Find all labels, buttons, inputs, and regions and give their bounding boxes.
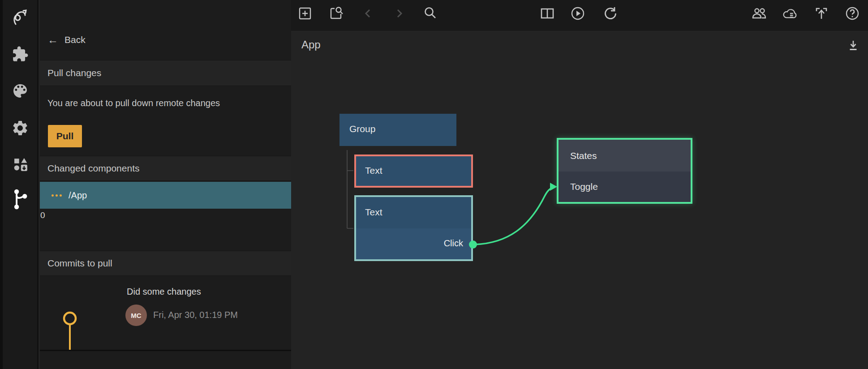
back-label: Back — [64, 34, 86, 45]
help-icon[interactable] — [844, 5, 860, 21]
back-arrow-icon: ← — [47, 34, 58, 45]
node-group-label: Group — [339, 114, 456, 134]
deploy-upload-icon[interactable] — [813, 5, 829, 21]
commits-to-pull-header: Commits to pull — [40, 251, 291, 276]
pull-message: You are about to pull down remote change… — [47, 98, 220, 108]
components-icon[interactable] — [11, 154, 30, 173]
changed-component-label: /App — [69, 190, 87, 201]
commit-author-avatar: MC — [125, 305, 147, 326]
pull-changes-header: Pull changes — [40, 60, 291, 86]
changed-components-header: Changed components — [40, 156, 291, 181]
commit-timestamp: Fri, Apr 30, 01:19 PM — [153, 310, 238, 320]
pull-button[interactable]: Pull — [48, 125, 82, 147]
node-states[interactable]: States Toggle — [557, 138, 692, 204]
back-button[interactable]: ← Back — [40, 30, 291, 49]
panel-divider — [40, 350, 291, 351]
noodl-logo[interactable] — [11, 7, 30, 26]
more-options-icon — [52, 194, 62, 197]
editor-main: App Group Text Text — [291, 0, 868, 369]
changed-component-row[interactable]: /App — [40, 182, 291, 209]
click-output-port[interactable]: Click — [444, 238, 463, 249]
version-control-panel: ← Back Pull changes You are about to pul… — [40, 0, 291, 369]
nav-forward-icon[interactable] — [391, 5, 407, 21]
stray-zero-text: 0 — [40, 210, 45, 220]
commit-list-item[interactable]: Did some changes MC Fri, Apr 30, 01:19 P… — [40, 287, 291, 345]
window-edge-strip — [0, 0, 3, 369]
node-text-1[interactable]: Text — [354, 154, 473, 188]
cloud-services-icon[interactable] — [782, 5, 798, 21]
collaborators-icon[interactable] — [751, 5, 767, 21]
refresh-icon[interactable] — [602, 5, 619, 21]
nav-back-icon[interactable] — [360, 5, 376, 21]
node-group[interactable]: Group — [339, 114, 456, 146]
node-canvas[interactable]: Group Text Text Click States Toggle — [291, 31, 868, 369]
commit-message: Did some changes — [127, 287, 201, 297]
states-toggle-input[interactable]: Toggle — [559, 172, 691, 202]
node-states-header: States — [559, 140, 691, 172]
noodl-editor-window: ← Back Pull changes You are about to pul… — [0, 0, 868, 369]
preview-play-icon[interactable] — [570, 5, 586, 21]
add-node-icon[interactable] — [297, 5, 313, 21]
node-text-1-label: Text — [356, 156, 471, 176]
search-icon[interactable] — [422, 5, 438, 21]
component-search-icon[interactable] — [328, 5, 344, 21]
node-text-2-ports: Click — [356, 228, 471, 259]
plugins-icon[interactable] — [11, 45, 30, 64]
node-states-label: States — [570, 150, 597, 161]
styles-palette-icon[interactable] — [11, 82, 30, 100]
node-text-2[interactable]: Text Click — [354, 195, 473, 261]
canvas-toolbar — [291, 0, 868, 31]
node-text-2-label: Text — [356, 197, 471, 218]
sidebar-rail — [0, 0, 39, 369]
split-view-icon[interactable] — [539, 5, 555, 21]
version-control-icon[interactable] — [11, 190, 30, 209]
settings-gear-icon[interactable] — [11, 119, 30, 137]
